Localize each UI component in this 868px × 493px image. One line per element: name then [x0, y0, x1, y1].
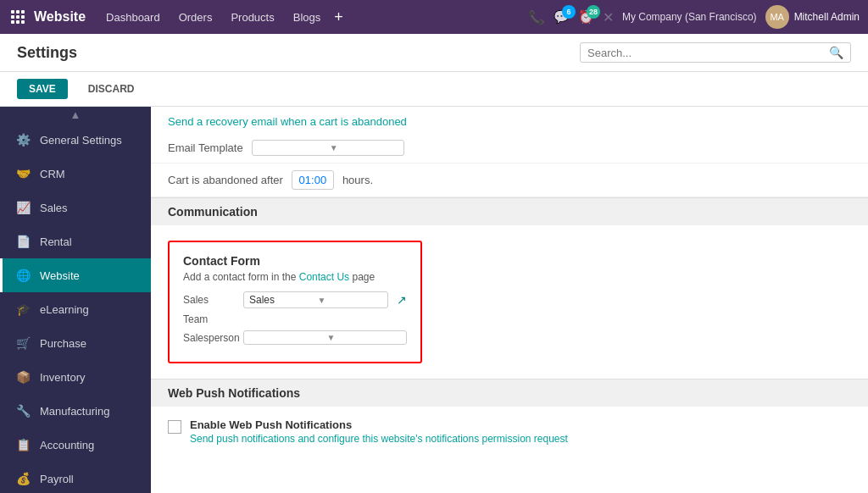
cf-sales-label: Sales — [183, 294, 238, 306]
phone-icon[interactable]: 📞 — [528, 9, 545, 25]
cf-sales-row: Sales Sales ▼ ↗ — [183, 291, 407, 308]
sidebar-item-label: Sales — [40, 202, 68, 214]
cf-team-row: Team — [183, 313, 407, 325]
sidebar-item-label: General Settings — [40, 134, 122, 147]
web-push-enable-info: Enable Web Push Notifications Send push … — [190, 418, 568, 445]
web-push-enable-checkbox[interactable] — [168, 420, 181, 434]
email-template-row: Email Template ▼ — [151, 133, 868, 163]
sidebar-item-label: Manufacturing — [40, 405, 109, 418]
cf-sales-select[interactable]: Sales ▼ — [243, 291, 388, 308]
search-icon[interactable]: 🔍 — [829, 46, 843, 59]
cart-time-suffix: hours. — [342, 174, 373, 186]
cf-sales-select-arrow: ▼ — [318, 296, 383, 305]
email-template-select-arrow: ▼ — [330, 143, 397, 152]
cf-salesperson-select[interactable]: ▼ — [243, 330, 407, 345]
abandoned-cart-section: Send a recovery email when a cart is aba… — [151, 107, 868, 133]
sidebar-item-inventory[interactable]: 📦 Inventory — [0, 360, 151, 394]
nav-products[interactable]: Products — [222, 8, 282, 27]
sidebar-item-label: Payroll — [40, 473, 74, 485]
activity-badge: 28 — [587, 5, 600, 19]
company-selector[interactable]: My Company (San Francisco) — [622, 11, 757, 23]
cart-abandoned-row: Cart is abandoned after hours. — [151, 163, 868, 197]
settings-sidebar: ▲ ⚙️ General Settings 🤝 CRM 📈 Sales 📄 Re… — [0, 107, 151, 493]
sidebar-item-label: Accounting — [40, 439, 94, 451]
apps-grid-icon[interactable] — [8, 8, 27, 26]
web-push-content: Enable Web Push Notifications Send push … — [151, 407, 868, 457]
sidebar-item-label: eLearning — [40, 303, 89, 316]
sidebar-item-payroll[interactable]: 💰 Payroll — [0, 462, 151, 493]
sidebar-item-label: Inventory — [40, 371, 85, 384]
communication-section-header: Communication — [151, 197, 868, 225]
rental-icon: 📄 — [14, 233, 31, 250]
brand-name: Website — [34, 9, 86, 25]
nav-blogs[interactable]: Blogs — [285, 8, 330, 27]
brand-area[interactable]: Website — [8, 8, 86, 26]
activity-icon[interactable]: ⏰ 28 — [578, 9, 594, 25]
web-push-enable-desc: Send push notifications and configure th… — [190, 433, 568, 445]
web-push-enable-row: Enable Web Push Notifications Send push … — [168, 415, 851, 448]
settings-content: Send a recovery email when a cart is aba… — [151, 107, 868, 493]
chat-icon[interactable]: 💬 6 — [554, 9, 570, 25]
sidebar-item-rental[interactable]: 📄 Rental — [0, 224, 151, 258]
chat-badge: 6 — [562, 5, 576, 19]
sidebar-item-general-settings[interactable]: ⚙️ General Settings — [0, 123, 151, 157]
sidebar-item-sales[interactable]: 📈 Sales — [0, 191, 151, 224]
web-push-enable-label: Enable Web Push Notifications — [190, 418, 568, 431]
nav-dashboard[interactable]: Dashboard — [97, 8, 169, 27]
sales-icon: 📈 — [14, 199, 31, 216]
cart-time-input[interactable] — [292, 170, 334, 190]
settings-toolbar: SAVE DISCARD — [0, 72, 868, 107]
user-avatar: MA — [765, 5, 789, 29]
crm-icon: 🤝 — [14, 165, 31, 182]
search-input[interactable] — [587, 47, 829, 59]
page-title: Settings — [17, 44, 77, 62]
sidebar-item-label: Rental — [40, 235, 72, 248]
sidebar-item-manufacturing[interactable]: 🔧 Manufacturing — [0, 394, 151, 428]
web-push-section-header: Web Push Notifications — [151, 379, 868, 407]
add-menu-icon[interactable]: + — [331, 8, 347, 26]
communication-content: Contact Form Add a contact form in the C… — [151, 225, 868, 379]
inventory-icon: 📦 — [14, 368, 31, 385]
username: Mitchell Admin — [794, 11, 860, 23]
nav-orders[interactable]: Orders — [170, 8, 221, 27]
purchase-icon: 🛒 — [14, 335, 31, 352]
manufacturing-icon: 🔧 — [14, 402, 31, 419]
cf-external-link-icon[interactable]: ↗ — [397, 293, 407, 307]
top-menu: Dashboard Orders Products Blogs + — [97, 8, 525, 27]
top-right-actions: 📞 💬 6 ⏰ 28 ✕ My Company (San Francisco) … — [528, 5, 860, 29]
save-button[interactable]: SAVE — [17, 79, 68, 99]
general-settings-icon: ⚙️ — [14, 131, 31, 148]
contact-form-box: Contact Form Add a contact form in the C… — [168, 241, 422, 363]
sidebar-item-crm[interactable]: 🤝 CRM — [0, 157, 151, 191]
contact-form-description: Add a contact form in the Contact Us pag… — [183, 271, 407, 283]
elearning-icon: 🎓 — [14, 301, 31, 318]
user-menu[interactable]: MA Mitchell Admin — [765, 5, 860, 29]
sidebar-item-label: CRM — [40, 168, 65, 180]
page-header: Settings 🔍 — [0, 34, 868, 72]
discard-button[interactable]: DISCARD — [76, 79, 147, 99]
cf-salesperson-row: Salesperson ▼ — [183, 330, 407, 345]
payroll-icon: 💰 — [14, 470, 31, 487]
sidebar-item-label: Purchase — [40, 337, 86, 350]
nav-separator: ✕ — [603, 9, 614, 25]
cf-salesperson-select-arrow: ▼ — [327, 333, 402, 342]
top-navigation: Website Dashboard Orders Products Blogs … — [0, 0, 868, 34]
scroll-up-indicator: ▲ — [0, 107, 151, 123]
search-bar[interactable]: 🔍 — [580, 42, 851, 63]
email-template-select[interactable]: ▼ — [252, 140, 404, 156]
accounting-icon: 📋 — [14, 436, 31, 453]
sidebar-item-accounting[interactable]: 📋 Accounting — [0, 428, 151, 462]
cf-salesperson-label: Salesperson — [183, 332, 238, 344]
sidebar-item-website[interactable]: 🌐 Website — [0, 258, 151, 292]
email-template-label: Email Template — [168, 141, 243, 154]
cart-abandoned-label: Cart is abandoned after — [168, 174, 283, 186]
sidebar-item-elearning[interactable]: 🎓 eLearning — [0, 292, 151, 326]
sidebar-item-purchase[interactable]: 🛒 Purchase — [0, 326, 151, 360]
website-icon: 🌐 — [14, 267, 31, 284]
abandoned-cart-description: Send a recovery email when a cart is aba… — [168, 115, 407, 128]
cf-team-label: Team — [183, 313, 238, 325]
contact-us-link[interactable]: Contact Us — [299, 271, 349, 283]
contact-form-title: Contact Form — [183, 254, 407, 268]
sidebar-item-label: Website — [40, 269, 80, 282]
